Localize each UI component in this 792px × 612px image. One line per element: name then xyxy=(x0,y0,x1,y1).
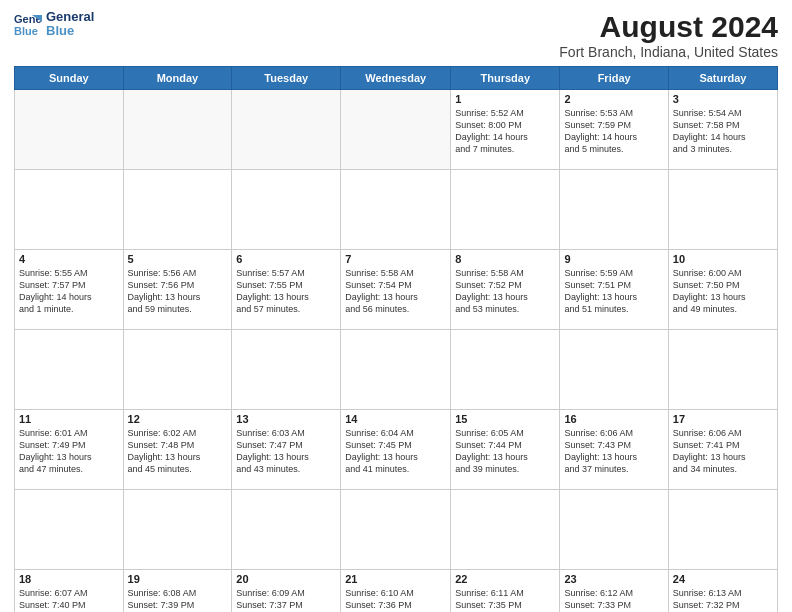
calendar-cell: 11Sunrise: 6:01 AM Sunset: 7:49 PM Dayli… xyxy=(15,410,124,490)
day-info: Sunrise: 5:58 AM Sunset: 7:54 PM Dayligh… xyxy=(345,267,446,316)
day-number: 1 xyxy=(455,93,555,105)
page: General Blue General Blue August 2024 Fo… xyxy=(0,0,792,612)
calendar-header-wednesday: Wednesday xyxy=(341,67,451,90)
calendar-cell: 4Sunrise: 5:55 AM Sunset: 7:57 PM Daylig… xyxy=(15,250,124,330)
day-info: Sunrise: 6:11 AM Sunset: 7:35 PM Dayligh… xyxy=(455,587,555,612)
day-number: 11 xyxy=(19,413,119,425)
calendar-cell: 2Sunrise: 5:53 AM Sunset: 7:59 PM Daylig… xyxy=(560,90,668,170)
day-number: 24 xyxy=(673,573,773,585)
day-info: Sunrise: 6:06 AM Sunset: 7:43 PM Dayligh… xyxy=(564,427,663,476)
calendar-cell: 17Sunrise: 6:06 AM Sunset: 7:41 PM Dayli… xyxy=(668,410,777,490)
day-number: 5 xyxy=(128,253,228,265)
day-info: Sunrise: 6:05 AM Sunset: 7:44 PM Dayligh… xyxy=(455,427,555,476)
calendar-cell: 23Sunrise: 6:12 AM Sunset: 7:33 PM Dayli… xyxy=(560,570,668,613)
day-info: Sunrise: 6:02 AM Sunset: 7:48 PM Dayligh… xyxy=(128,427,228,476)
day-number: 3 xyxy=(673,93,773,105)
calendar-cell: 6Sunrise: 5:57 AM Sunset: 7:55 PM Daylig… xyxy=(232,250,341,330)
day-info: Sunrise: 6:12 AM Sunset: 7:33 PM Dayligh… xyxy=(564,587,663,612)
title-area: August 2024 Fort Branch, Indiana, United… xyxy=(559,10,778,60)
calendar-header-monday: Monday xyxy=(123,67,232,90)
day-number: 4 xyxy=(19,253,119,265)
day-info: Sunrise: 5:55 AM Sunset: 7:57 PM Dayligh… xyxy=(19,267,119,316)
day-number: 16 xyxy=(564,413,663,425)
day-number: 2 xyxy=(564,93,663,105)
day-info: Sunrise: 5:52 AM Sunset: 8:00 PM Dayligh… xyxy=(455,107,555,156)
day-number: 22 xyxy=(455,573,555,585)
day-info: Sunrise: 6:07 AM Sunset: 7:40 PM Dayligh… xyxy=(19,587,119,612)
calendar: SundayMondayTuesdayWednesdayThursdayFrid… xyxy=(14,66,778,612)
calendar-cell: 22Sunrise: 6:11 AM Sunset: 7:35 PM Dayli… xyxy=(451,570,560,613)
calendar-header-thursday: Thursday xyxy=(451,67,560,90)
calendar-cell: 16Sunrise: 6:06 AM Sunset: 7:43 PM Dayli… xyxy=(560,410,668,490)
day-info: Sunrise: 6:00 AM Sunset: 7:50 PM Dayligh… xyxy=(673,267,773,316)
header: General Blue General Blue August 2024 Fo… xyxy=(14,10,778,60)
day-info: Sunrise: 5:54 AM Sunset: 7:58 PM Dayligh… xyxy=(673,107,773,156)
main-title: August 2024 xyxy=(559,10,778,44)
calendar-header-sunday: Sunday xyxy=(15,67,124,90)
calendar-cell: 8Sunrise: 5:58 AM Sunset: 7:52 PM Daylig… xyxy=(451,250,560,330)
calendar-cell xyxy=(123,90,232,170)
logo-icon: General Blue xyxy=(14,10,42,38)
subtitle: Fort Branch, Indiana, United States xyxy=(559,44,778,60)
calendar-cell: 1Sunrise: 5:52 AM Sunset: 8:00 PM Daylig… xyxy=(451,90,560,170)
day-number: 15 xyxy=(455,413,555,425)
calendar-cell: 9Sunrise: 5:59 AM Sunset: 7:51 PM Daylig… xyxy=(560,250,668,330)
day-info: Sunrise: 6:10 AM Sunset: 7:36 PM Dayligh… xyxy=(345,587,446,612)
calendar-header-saturday: Saturday xyxy=(668,67,777,90)
logo: General Blue General Blue xyxy=(14,10,94,39)
row-divider xyxy=(15,170,778,250)
calendar-cell: 18Sunrise: 6:07 AM Sunset: 7:40 PM Dayli… xyxy=(15,570,124,613)
day-number: 14 xyxy=(345,413,446,425)
calendar-cell: 15Sunrise: 6:05 AM Sunset: 7:44 PM Dayli… xyxy=(451,410,560,490)
calendar-cell: 21Sunrise: 6:10 AM Sunset: 7:36 PM Dayli… xyxy=(341,570,451,613)
calendar-cell xyxy=(15,90,124,170)
calendar-week-3: 11Sunrise: 6:01 AM Sunset: 7:49 PM Dayli… xyxy=(15,410,778,490)
day-info: Sunrise: 5:53 AM Sunset: 7:59 PM Dayligh… xyxy=(564,107,663,156)
day-number: 7 xyxy=(345,253,446,265)
day-info: Sunrise: 6:03 AM Sunset: 7:47 PM Dayligh… xyxy=(236,427,336,476)
day-info: Sunrise: 6:09 AM Sunset: 7:37 PM Dayligh… xyxy=(236,587,336,612)
day-info: Sunrise: 6:04 AM Sunset: 7:45 PM Dayligh… xyxy=(345,427,446,476)
row-divider xyxy=(15,490,778,570)
svg-text:Blue: Blue xyxy=(14,25,38,37)
day-number: 20 xyxy=(236,573,336,585)
calendar-cell: 7Sunrise: 5:58 AM Sunset: 7:54 PM Daylig… xyxy=(341,250,451,330)
calendar-week-2: 4Sunrise: 5:55 AM Sunset: 7:57 PM Daylig… xyxy=(15,250,778,330)
calendar-cell xyxy=(341,90,451,170)
day-number: 13 xyxy=(236,413,336,425)
calendar-cell: 3Sunrise: 5:54 AM Sunset: 7:58 PM Daylig… xyxy=(668,90,777,170)
day-number: 17 xyxy=(673,413,773,425)
day-info: Sunrise: 6:08 AM Sunset: 7:39 PM Dayligh… xyxy=(128,587,228,612)
day-number: 19 xyxy=(128,573,228,585)
calendar-week-1: 1Sunrise: 5:52 AM Sunset: 8:00 PM Daylig… xyxy=(15,90,778,170)
day-number: 12 xyxy=(128,413,228,425)
day-info: Sunrise: 6:01 AM Sunset: 7:49 PM Dayligh… xyxy=(19,427,119,476)
day-info: Sunrise: 5:56 AM Sunset: 7:56 PM Dayligh… xyxy=(128,267,228,316)
day-number: 18 xyxy=(19,573,119,585)
day-number: 21 xyxy=(345,573,446,585)
day-number: 9 xyxy=(564,253,663,265)
day-number: 10 xyxy=(673,253,773,265)
day-info: Sunrise: 5:58 AM Sunset: 7:52 PM Dayligh… xyxy=(455,267,555,316)
calendar-cell xyxy=(232,90,341,170)
calendar-cell: 24Sunrise: 6:13 AM Sunset: 7:32 PM Dayli… xyxy=(668,570,777,613)
calendar-cell: 20Sunrise: 6:09 AM Sunset: 7:37 PM Dayli… xyxy=(232,570,341,613)
day-number: 8 xyxy=(455,253,555,265)
calendar-cell: 5Sunrise: 5:56 AM Sunset: 7:56 PM Daylig… xyxy=(123,250,232,330)
calendar-cell: 10Sunrise: 6:00 AM Sunset: 7:50 PM Dayli… xyxy=(668,250,777,330)
calendar-header-row: SundayMondayTuesdayWednesdayThursdayFrid… xyxy=(15,67,778,90)
day-number: 6 xyxy=(236,253,336,265)
calendar-header-friday: Friday xyxy=(560,67,668,90)
day-info: Sunrise: 5:57 AM Sunset: 7:55 PM Dayligh… xyxy=(236,267,336,316)
calendar-cell: 12Sunrise: 6:02 AM Sunset: 7:48 PM Dayli… xyxy=(123,410,232,490)
calendar-week-4: 18Sunrise: 6:07 AM Sunset: 7:40 PM Dayli… xyxy=(15,570,778,613)
day-info: Sunrise: 6:13 AM Sunset: 7:32 PM Dayligh… xyxy=(673,587,773,612)
row-divider xyxy=(15,330,778,410)
calendar-cell: 13Sunrise: 6:03 AM Sunset: 7:47 PM Dayli… xyxy=(232,410,341,490)
day-info: Sunrise: 6:06 AM Sunset: 7:41 PM Dayligh… xyxy=(673,427,773,476)
calendar-cell: 14Sunrise: 6:04 AM Sunset: 7:45 PM Dayli… xyxy=(341,410,451,490)
calendar-header-tuesday: Tuesday xyxy=(232,67,341,90)
logo-text: General Blue xyxy=(46,10,94,39)
day-number: 23 xyxy=(564,573,663,585)
calendar-cell: 19Sunrise: 6:08 AM Sunset: 7:39 PM Dayli… xyxy=(123,570,232,613)
